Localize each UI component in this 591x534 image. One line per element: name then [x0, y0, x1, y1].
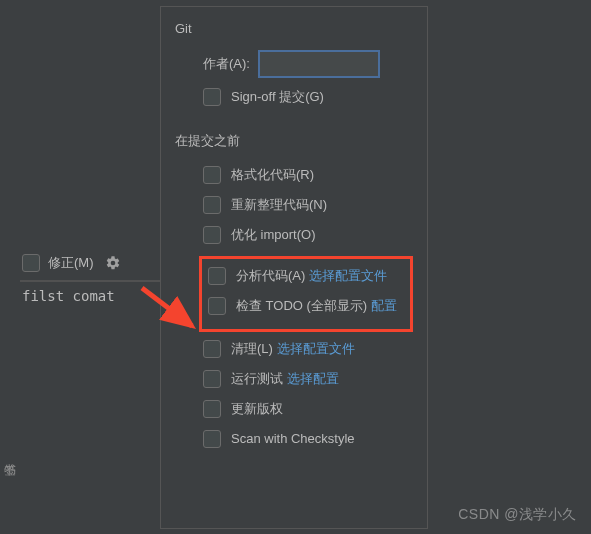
run-tests-option[interactable]: 运行测试 选择配置 — [203, 370, 413, 388]
commit-message-preview[interactable]: filst comat — [20, 282, 160, 310]
scan-checkstyle-label: Scan with Checkstyle — [231, 430, 355, 448]
check-todo-label: 检查 TODO (全部显示) 配置 — [236, 297, 397, 315]
run-tests-text: 运行测试 — [231, 371, 283, 386]
amend-label: 修正(M) — [48, 254, 94, 272]
analyze-code-label: 分析代码(A) 选择配置文件 — [236, 267, 387, 285]
check-todo-link[interactable]: 配置 — [371, 298, 397, 313]
run-tests-checkbox[interactable] — [203, 370, 221, 388]
optimize-imports-option[interactable]: 优化 import(O) — [203, 226, 413, 244]
update-copyright-checkbox[interactable] — [203, 400, 221, 418]
scan-checkstyle-option[interactable]: Scan with Checkstyle — [203, 430, 413, 448]
amend-checkbox[interactable] — [22, 254, 40, 272]
analyze-code-link[interactable]: 选择配置文件 — [309, 268, 387, 283]
analyze-code-checkbox[interactable] — [208, 267, 226, 285]
format-code-checkbox[interactable] — [203, 166, 221, 184]
signoff-checkbox[interactable] — [203, 88, 221, 106]
cleanup-label: 清理(L) 选择配置文件 — [231, 340, 355, 358]
format-code-label: 格式化代码(R) — [231, 166, 314, 184]
before-commit-header: 在提交之前 — [175, 132, 413, 150]
check-todo-text: 检查 TODO (全部显示) — [236, 298, 367, 313]
run-tests-link[interactable]: 选择配置 — [287, 371, 339, 386]
author-input[interactable] — [258, 50, 380, 78]
signoff-option[interactable]: Sign-off 提交(G) — [203, 88, 413, 106]
git-section-header: Git — [175, 21, 413, 36]
commit-left-panel: 修正(M) filst comat — [20, 248, 160, 310]
highlight-annotation: 分析代码(A) 选择配置文件 检查 TODO (全部显示) 配置 — [199, 256, 413, 332]
analyze-code-text: 分析代码(A) — [236, 268, 305, 283]
update-copyright-option[interactable]: 更新版权 — [203, 400, 413, 418]
cleanup-text: 清理(L) — [231, 341, 273, 356]
update-copyright-label: 更新版权 — [231, 400, 283, 418]
commit-toolbar: 修正(M) — [20, 248, 160, 282]
scan-checkstyle-checkbox[interactable] — [203, 430, 221, 448]
optimize-imports-label: 优化 import(O) — [231, 226, 316, 244]
cleanup-checkbox[interactable] — [203, 340, 221, 358]
check-todo-checkbox[interactable] — [208, 297, 226, 315]
format-code-option[interactable]: 格式化代码(R) — [203, 166, 413, 184]
gear-icon[interactable] — [102, 252, 124, 274]
run-tests-label: 运行测试 选择配置 — [231, 370, 339, 388]
optimize-imports-checkbox[interactable] — [203, 226, 221, 244]
signoff-label: Sign-off 提交(G) — [231, 88, 324, 106]
watermark: CSDN @浅学小久 — [458, 506, 577, 524]
cleanup-option[interactable]: 清理(L) 选择配置文件 — [203, 340, 413, 358]
check-todo-option[interactable]: 检查 TODO (全部显示) 配置 — [208, 297, 404, 315]
author-label: 作者(A): — [203, 55, 250, 73]
analyze-code-option[interactable]: 分析代码(A) 选择配置文件 — [208, 267, 404, 285]
cleanup-link[interactable]: 选择配置文件 — [277, 341, 355, 356]
rearrange-code-label: 重新整理代码(N) — [231, 196, 327, 214]
commit-options-popup: Git 作者(A): Sign-off 提交(G) 在提交之前 格式化代码(R)… — [160, 6, 428, 529]
rearrange-code-option[interactable]: 重新整理代码(N) — [203, 196, 413, 214]
rearrange-code-checkbox[interactable] — [203, 196, 221, 214]
author-field-row: 作者(A): — [203, 50, 413, 78]
